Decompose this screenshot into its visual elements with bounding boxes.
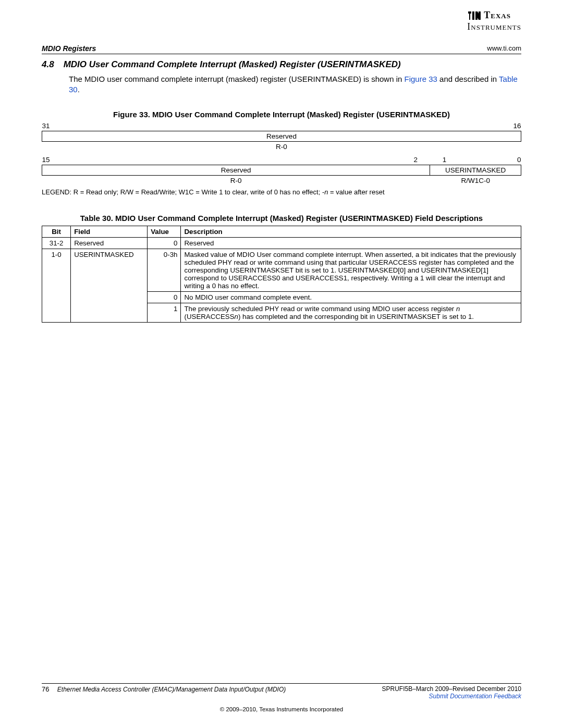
section-heading: 4.8 MDIO User Command Complete Interrupt…	[42, 59, 521, 70]
register-layout-row1: 31 16 Reserved R-0	[42, 121, 521, 152]
doc-id: SPRUFI5B–March 2009–Revised December 201…	[382, 685, 521, 693]
figure-caption: Figure 33. MDIO User Command Complete In…	[42, 110, 521, 119]
copyright: © 2009–2010, Texas Instruments Incorpora…	[42, 706, 521, 712]
field-reserved-31-16: Reserved	[42, 131, 521, 141]
table-row: 0 No MDIO user command complete event.	[42, 291, 521, 303]
field-userintmasked: USERINTMASKED	[430, 165, 521, 175]
page-number: 76	[42, 685, 49, 693]
feedback-link[interactable]: Submit Documentation Feedback	[429, 693, 521, 700]
table-row: 31-2 Reserved 0 Reserved	[42, 237, 521, 249]
ti-logo: Texas Instruments	[467, 10, 521, 31]
register-layout-row2: 15 2 1 0 Reserved USERINTMASKED R-0 R/W1…	[42, 155, 521, 186]
figure-link[interactable]: Figure 33	[405, 75, 437, 83]
header-section: MDIO Registers	[42, 44, 96, 53]
table-row: 1-0 USERINTMASKED 0-3h Masked value of M…	[42, 249, 521, 291]
register-legend: LEGEND: R = Read only; R/W = Read/Write;…	[42, 188, 521, 196]
doc-title: Ethernet Media Access Controller (EMAC)/…	[57, 686, 286, 693]
page-header: MDIO Registers www.ti.com	[42, 44, 521, 54]
field-reserved-15-2: Reserved	[42, 165, 430, 175]
header-url: www.ti.com	[487, 44, 521, 53]
table-caption: Table 30. MDIO User Command Complete Int…	[42, 214, 521, 223]
field-descriptions-table: Bit Field Value Description 31-2 Reserve…	[42, 226, 521, 323]
table-row: 1 The previously scheduled PHY read or w…	[42, 303, 521, 322]
page-footer: 76 Ethernet Media Access Controller (EMA…	[42, 683, 521, 712]
intro-paragraph: The MDIO user command complete interrupt…	[69, 74, 521, 95]
